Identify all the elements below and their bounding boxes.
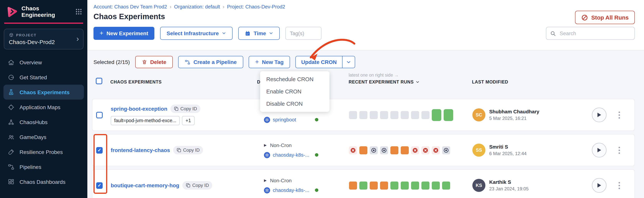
cron-menu-item[interactable]: Reschedule CRON xyxy=(260,73,330,86)
breadcrumb-link[interactable]: Account: Chaos Dev Team Prod2 xyxy=(94,4,167,10)
run-empty[interactable] xyxy=(380,111,388,119)
experiment-tag-chip[interactable]: fault=pod-jvm-method-exce... xyxy=(111,116,180,125)
infrastructure-link[interactable]: chaosday-k8s-... xyxy=(273,187,309,193)
kubernetes-icon xyxy=(264,116,270,123)
column-recent-runs[interactable]: RECENT EXPERIMENT RUNS xyxy=(349,80,472,84)
sidebar-item-chaos-experiments[interactable]: Chaos Experiments xyxy=(4,85,84,100)
cron-menu-item[interactable]: Enable CRON xyxy=(260,86,330,98)
kebab-icon xyxy=(618,111,620,118)
run-running[interactable] xyxy=(380,181,388,190)
row-checkbox[interactable] xyxy=(96,112,103,118)
copy-id-button[interactable]: Copy ID xyxy=(173,146,203,154)
breadcrumb-link[interactable]: Project: Chaos-Dev-Prod2 xyxy=(227,4,285,10)
tags-input[interactable] xyxy=(286,27,322,40)
delete-button[interactable]: Delete xyxy=(135,56,173,68)
row-checkbox[interactable]: ✓ xyxy=(96,182,103,188)
select-infrastructure-dropdown[interactable]: Select Infrastructure xyxy=(160,27,232,40)
update-cron-caret[interactable] xyxy=(342,56,355,68)
run-completed[interactable] xyxy=(411,181,419,190)
run-running[interactable] xyxy=(349,181,357,190)
sidebar-item-resilience-probes[interactable]: Resilience Probes xyxy=(0,144,87,159)
column-chaos-experiments[interactable]: CHAOS EXPERIMENTS xyxy=(110,80,264,84)
run-empty[interactable] xyxy=(390,111,398,119)
breadcrumb: Account: Chaos Dev Team Prod2›Organizati… xyxy=(94,4,635,10)
copy-id-button[interactable]: Copy ID xyxy=(170,104,200,113)
column-last-modified: LAST MODIFIED xyxy=(472,80,586,84)
infrastructure-link[interactable]: springboot xyxy=(273,117,296,122)
sidebar-item-application-maps[interactable]: Application Maps xyxy=(0,100,87,114)
run-completed[interactable] xyxy=(422,181,430,190)
run-stopped[interactable] xyxy=(370,146,378,154)
run-experiment-button[interactable] xyxy=(592,108,606,122)
run-completed-lg[interactable] xyxy=(444,109,453,121)
run-failed[interactable] xyxy=(349,146,357,154)
run-stopped[interactable] xyxy=(442,146,450,154)
run-empty[interactable] xyxy=(422,111,430,119)
copy-id-button[interactable]: Copy ID xyxy=(182,181,212,190)
run-experiment-button[interactable] xyxy=(592,143,606,158)
sidebar-item-pipelines[interactable]: Pipelines xyxy=(0,159,87,174)
schedule-line[interactable]: ▶Non-Cron xyxy=(264,142,349,148)
more-tags-chip[interactable]: +1 xyxy=(182,116,194,125)
run-failed[interactable] xyxy=(432,146,440,154)
last-modified-cell: SCShubham Chaudhary5 Mar 2025, 16:21 xyxy=(472,108,586,122)
cron-menu-item[interactable]: Disable CRON xyxy=(260,98,330,110)
time-filter-dropdown[interactable]: Time xyxy=(238,27,280,40)
modified-info: Karthik S23 Jan 2024, 19:05 xyxy=(489,179,529,192)
experiment-name-link[interactable]: frontend-latency-chaos xyxy=(111,147,170,153)
run-completed[interactable] xyxy=(401,181,409,190)
schedule-line[interactable]: ▶Non-Cron xyxy=(264,178,349,183)
recent-runs-cell xyxy=(349,181,472,190)
run-empty[interactable] xyxy=(401,111,409,119)
sidebar-item-gamedays[interactable]: GameDays xyxy=(0,130,87,144)
module-accent-bar xyxy=(4,22,83,24)
run-running[interactable] xyxy=(401,146,409,154)
modified-info: Shubham Chaudhary5 Mar 2025, 16:21 xyxy=(489,109,540,121)
project-selector[interactable]: PROJECT Chaos-Dev-Prod2 › xyxy=(4,29,84,50)
run-experiment-button[interactable] xyxy=(592,178,606,193)
run-completed[interactable] xyxy=(432,181,440,190)
search-input[interactable] xyxy=(559,30,630,36)
selected-count: Selected (2/15) xyxy=(94,59,130,65)
breadcrumb-link[interactable]: Organization: default xyxy=(174,4,220,10)
module-title: Chaos Engineering xyxy=(22,5,72,18)
experiment-name-link[interactable]: spring-boot-exception xyxy=(111,106,168,112)
run-running[interactable] xyxy=(370,181,378,190)
run-failed[interactable] xyxy=(411,146,419,154)
run-stopped[interactable] xyxy=(380,146,388,154)
new-experiment-button[interactable]: + New Experiment xyxy=(94,27,154,40)
run-running[interactable] xyxy=(390,146,398,154)
sidebar-item-overview[interactable]: Overview xyxy=(0,55,87,70)
sidebar-item-chaoshubs[interactable]: ChaosHubs xyxy=(0,114,87,130)
run-completed[interactable] xyxy=(442,181,450,190)
project-label: PROJECT xyxy=(16,33,36,37)
schedule-type: Non-Cron xyxy=(270,142,292,148)
start-icon xyxy=(8,74,14,80)
run-completed[interactable] xyxy=(359,181,368,190)
select-all-checkbox[interactable] xyxy=(96,78,102,84)
create-pipeline-button[interactable]: Create a Pipeline xyxy=(178,56,243,68)
sidebar-item-chaos-dashboards[interactable]: Chaos Dashboards xyxy=(0,174,87,189)
run-empty[interactable] xyxy=(411,111,419,119)
experiment-name-link[interactable]: boutique-cart-memory-hog xyxy=(111,182,179,188)
new-tag-button[interactable]: + New Tag xyxy=(249,56,290,68)
infrastructure-link[interactable]: chaosday-k8s-... xyxy=(273,152,309,158)
experiment-cell: boutique-cart-memory-hogCopy ID xyxy=(111,181,264,190)
sidebar-item-get-started[interactable]: Get Started xyxy=(0,70,87,85)
update-cron-button[interactable]: Update CRON xyxy=(296,56,355,68)
play-icon xyxy=(597,183,602,188)
row-menu-button[interactable] xyxy=(617,180,622,190)
row-checkbox[interactable]: ✓ xyxy=(96,147,103,154)
run-empty[interactable] xyxy=(370,111,378,119)
run-empty[interactable] xyxy=(359,111,368,119)
stop-all-runs-button[interactable]: Stop All Runs xyxy=(575,11,635,24)
app-switcher-icon[interactable] xyxy=(76,8,82,15)
row-menu-button[interactable] xyxy=(617,110,622,120)
experiment-cell: spring-boot-exceptionCopy IDfault=pod-jv… xyxy=(111,104,264,125)
run-empty[interactable] xyxy=(349,111,357,119)
run-completed-lg[interactable] xyxy=(432,109,441,121)
run-running[interactable] xyxy=(359,146,368,154)
run-completed[interactable] xyxy=(390,181,398,190)
row-menu-button[interactable] xyxy=(617,145,622,155)
run-failed[interactable] xyxy=(422,146,430,154)
